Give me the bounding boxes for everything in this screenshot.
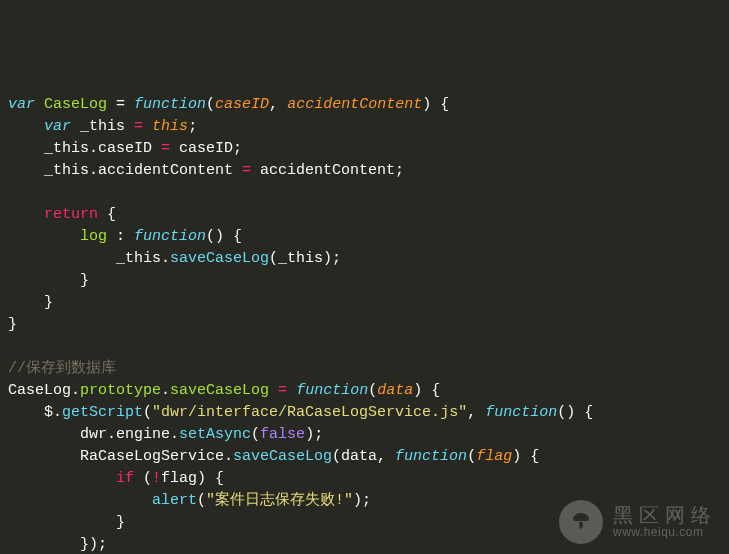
- ident-_this: _this: [44, 162, 89, 179]
- op-not: !: [152, 470, 161, 487]
- keyword-var: var: [8, 96, 35, 113]
- prop-log: log: [80, 228, 107, 245]
- ident-jquery: $: [44, 404, 53, 421]
- ident-_this: _this: [80, 118, 125, 135]
- ident-_this: _this: [44, 140, 89, 157]
- call-saveCaseLog: saveCaseLog: [233, 448, 332, 465]
- keyword-function: function: [134, 228, 206, 245]
- keyword-if: if: [116, 470, 134, 487]
- call-saveCaseLog: saveCaseLog: [170, 250, 269, 267]
- string-dwr-path: "dwr/interface/RaCaseLogService.js": [152, 404, 467, 421]
- ident-saveCaseLog: saveCaseLog: [170, 382, 269, 399]
- string-fail-msg: "案件日志保存失败!": [206, 492, 353, 509]
- keyword-var: var: [44, 118, 71, 135]
- ident-RaCaseLogService: RaCaseLogService: [80, 448, 224, 465]
- literal-false: false: [260, 426, 305, 443]
- call-setAsync: setAsync: [179, 426, 251, 443]
- keyword-function: function: [134, 96, 206, 113]
- keyword-return: return: [44, 206, 98, 223]
- keyword-function: function: [395, 448, 467, 465]
- keyword-function: function: [485, 404, 557, 421]
- param-caseID: caseID: [215, 96, 269, 113]
- param-accidentContent: accidentContent: [287, 96, 422, 113]
- call-alert: alert: [152, 492, 197, 509]
- ident-dwr: dwr: [80, 426, 107, 443]
- call-getScript: getScript: [62, 404, 143, 421]
- ident-CaseLog: CaseLog: [44, 96, 107, 113]
- param-data: data: [377, 382, 413, 399]
- prop-prototype: prototype: [80, 382, 161, 399]
- op-assign: =: [107, 96, 134, 113]
- param-flag: flag: [476, 448, 512, 465]
- code-block: var CaseLog = function(caseID, accidentC…: [0, 88, 729, 554]
- comment-db: //保存到数据库: [8, 360, 116, 377]
- keyword-function: function: [296, 382, 368, 399]
- keyword-this: this: [152, 118, 188, 135]
- ident-engine: engine: [116, 426, 170, 443]
